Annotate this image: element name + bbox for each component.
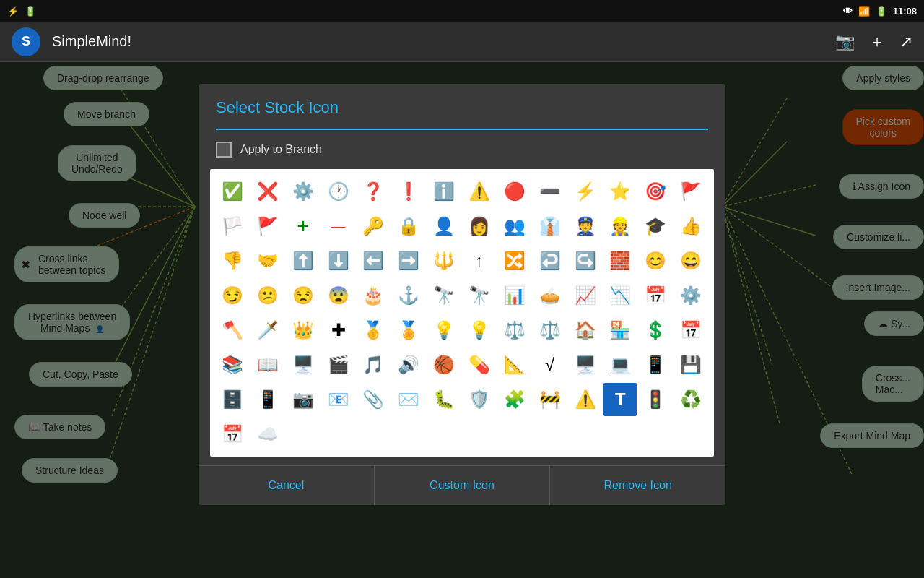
icon-shuffle[interactable]: 🔀 xyxy=(498,244,531,277)
icon-barrier[interactable]: 🚧 xyxy=(533,383,567,416)
icon-lock[interactable]: 🔒 xyxy=(392,210,425,243)
icon-bug[interactable]: 🐛 xyxy=(427,383,461,416)
icon-graduate[interactable]: 🎓 xyxy=(639,210,672,243)
icon-pill[interactable]: 💊 xyxy=(463,348,496,381)
icon-traffic-light[interactable]: 🚦 xyxy=(639,383,672,416)
icon-arrow-left[interactable]: ⬅️ xyxy=(357,244,390,277)
icon-crown[interactable]: 👑 xyxy=(287,314,320,347)
icon-paperclip[interactable]: 📎 xyxy=(357,383,390,416)
icon-at[interactable]: 📧 xyxy=(322,383,355,416)
photo-icon[interactable]: 📷 xyxy=(835,33,855,51)
icon-police[interactable]: 👮 xyxy=(569,210,602,243)
icon-arrow-down[interactable]: ⬇️ xyxy=(322,244,355,277)
icon-calendar2[interactable]: 📅 xyxy=(216,418,249,451)
icon-arrow-up2[interactable]: ↑ xyxy=(463,244,496,277)
icon-info[interactable]: ℹ️ xyxy=(427,175,461,208)
icon-smirk[interactable]: 😏 xyxy=(216,279,249,312)
apply-branch-checkbox[interactable] xyxy=(216,142,232,158)
icon-puzzle[interactable]: 🧩 xyxy=(498,383,531,416)
icon-recycle[interactable]: ♻️ xyxy=(674,383,707,416)
icon-worker[interactable]: 👷 xyxy=(603,210,637,243)
icon-laptop[interactable]: 💻 xyxy=(603,348,637,381)
icon-text-T[interactable]: T xyxy=(603,383,637,416)
icon-minus[interactable]: — xyxy=(322,210,355,243)
icon-exclamation[interactable]: ❗ xyxy=(392,175,425,208)
icon-woman[interactable]: 👩 xyxy=(463,210,496,243)
icon-arrow-up[interactable]: ⬆️ xyxy=(287,244,320,277)
icon-key[interactable]: 🔑 xyxy=(357,210,390,243)
icon-checkmark[interactable]: ✅ xyxy=(216,175,249,208)
icon-bulb-yellow[interactable]: 💡 xyxy=(427,314,461,347)
icon-monitor[interactable]: 🖥️ xyxy=(287,348,320,381)
icon-basketball[interactable]: 🏀 xyxy=(427,348,461,381)
icon-thumbsup[interactable]: 👍 xyxy=(674,210,707,243)
icon-film[interactable]: 🎬 xyxy=(322,348,355,381)
icon-confused[interactable]: 😕 xyxy=(251,279,284,312)
icon-scale-right[interactable]: ⚖️ xyxy=(533,314,567,347)
icon-caution[interactable]: ⚠️ xyxy=(569,383,602,416)
icons-grid-container[interactable]: ✅ ❌ ⚙️ 🕐 ❓ ❗ ℹ️ ⚠️ 🔴 ➖ ⚡ ⭐ 🎯 🚩 🏳️ 🚩 + — … xyxy=(210,169,714,457)
icon-x-mark[interactable]: ❌ xyxy=(251,175,284,208)
icon-plus[interactable]: + xyxy=(287,210,320,243)
icon-gear2[interactable]: ⚙️ xyxy=(674,279,707,312)
icon-clock[interactable]: 🕐 xyxy=(322,175,355,208)
icon-database[interactable]: 🗄️ xyxy=(216,383,249,416)
icon-axe[interactable]: 🪓 xyxy=(216,314,249,347)
icon-scale-left[interactable]: ⚖️ xyxy=(498,314,531,347)
icon-red-circle[interactable]: 🔴 xyxy=(498,175,531,208)
icon-camera[interactable]: 📷 xyxy=(287,383,320,416)
icon-email[interactable]: ✉️ xyxy=(392,383,425,416)
icon-trident[interactable]: 🔱 xyxy=(427,244,461,277)
icon-sqrt[interactable]: √ xyxy=(533,348,567,381)
icon-flag-red[interactable]: 🚩 xyxy=(251,210,284,243)
icon-crosshair[interactable]: ✚ xyxy=(322,314,355,347)
icon-smile[interactable]: 😊 xyxy=(639,244,672,277)
custom-icon-button[interactable]: Custom Icon xyxy=(375,466,551,505)
icon-redo[interactable]: ↪️ xyxy=(569,244,602,277)
icon-question[interactable]: ❓ xyxy=(357,175,390,208)
icon-gear[interactable]: ⚙️ xyxy=(287,175,320,208)
icon-binoculars[interactable]: 🔭 xyxy=(463,279,496,312)
icon-barchart[interactable]: 📊 xyxy=(498,279,531,312)
icon-anchor[interactable]: 🔭 xyxy=(427,279,461,312)
icon-dollar[interactable]: 💲 xyxy=(639,314,672,347)
icon-star[interactable]: ⭐ xyxy=(603,175,637,208)
icon-wheel[interactable]: ⚓ xyxy=(392,279,425,312)
icon-music[interactable]: 🎵 xyxy=(357,348,390,381)
icon-sword[interactable]: 🗡️ xyxy=(251,314,284,347)
icon-worried[interactable]: 😨 xyxy=(322,279,355,312)
icon-speaker[interactable]: 🔊 xyxy=(392,348,425,381)
icon-cake[interactable]: 🎂 xyxy=(357,279,390,312)
icon-book[interactable]: 📖 xyxy=(251,348,284,381)
icon-cloud[interactable]: ☁️ xyxy=(251,418,284,451)
icon-thumbsdown[interactable]: 👎 xyxy=(216,244,249,277)
icon-group[interactable]: 👥 xyxy=(498,210,531,243)
icon-medal[interactable]: 🥇 xyxy=(357,314,390,347)
icon-house[interactable]: 🏠 xyxy=(569,314,602,347)
icon-ribbon[interactable]: 🏅 xyxy=(392,314,425,347)
icon-piechart[interactable]: 🥧 xyxy=(533,279,567,312)
icon-linechart-down[interactable]: 📉 xyxy=(603,279,637,312)
icon-bulb-white[interactable]: 💡 xyxy=(463,314,496,347)
icon-books[interactable]: 📚 xyxy=(216,348,249,381)
icon-target[interactable]: 🎯 xyxy=(639,175,672,208)
icon-person[interactable]: 👤 xyxy=(427,210,461,243)
icon-handshake[interactable]: 🤝 xyxy=(251,244,284,277)
icon-minus-red[interactable]: ➖ xyxy=(533,175,567,208)
icon-tablet[interactable]: 📱 xyxy=(639,348,672,381)
icon-grin[interactable]: 😄 xyxy=(674,244,707,277)
icon-calendar-16[interactable]: 📅 xyxy=(639,279,672,312)
icon-warning[interactable]: ⚠️ xyxy=(463,175,496,208)
icon-desktop[interactable]: 🖥️ xyxy=(569,348,602,381)
icon-flag-orange[interactable]: 🏳️ xyxy=(216,210,249,243)
add-icon[interactable]: ＋ xyxy=(869,31,885,53)
share-icon[interactable]: ↗ xyxy=(899,33,912,51)
remove-icon-button[interactable]: Remove Icon xyxy=(550,466,725,505)
icon-unamused[interactable]: 😒 xyxy=(287,279,320,312)
cancel-button[interactable]: Cancel xyxy=(199,466,375,505)
icon-calendar[interactable]: 📅 xyxy=(674,314,707,347)
icon-linechart-up[interactable]: 📈 xyxy=(569,279,602,312)
icon-businessman[interactable]: 👔 xyxy=(533,210,567,243)
icon-phone[interactable]: 📱 xyxy=(251,383,284,416)
icon-arrow-right[interactable]: ➡️ xyxy=(392,244,425,277)
